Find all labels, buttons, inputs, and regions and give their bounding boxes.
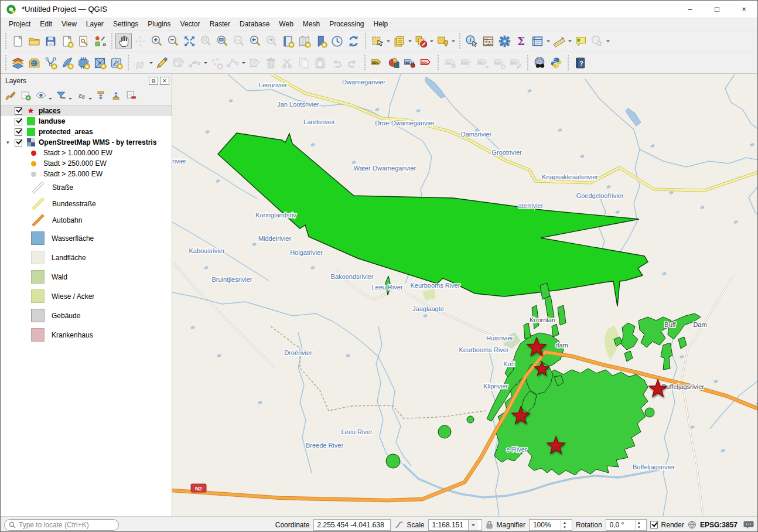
- identify-features-button[interactable]: i: [463, 33, 480, 49]
- new-project-button[interactable]: [9, 33, 26, 49]
- zoom-last-button[interactable]: [247, 33, 263, 49]
- layer-item-openstreetmap[interactable]: ▾OpenStreetMap WMS - by terrestris: [1, 137, 172, 148]
- new-spatialite-layer-button[interactable]: [59, 54, 75, 71]
- layer-labeling-button[interactable]: abc: [368, 54, 385, 71]
- zoom-in-button[interactable]: [148, 33, 165, 49]
- legend-item[interactable]: Wald: [1, 267, 172, 287]
- remove-layer-button[interactable]: [124, 88, 139, 103]
- close-button[interactable]: ×: [730, 1, 757, 18]
- menu-plugins[interactable]: Plugins: [143, 19, 175, 29]
- legend-item[interactable]: Gebäude: [1, 306, 172, 325]
- python-console-button[interactable]: [548, 54, 564, 71]
- render-checkbox[interactable]: [650, 521, 658, 528]
- legend-item[interactable]: Krankenhaus: [1, 325, 172, 345]
- show-layout-manager-button[interactable]: [75, 33, 91, 49]
- messages-icon[interactable]: [743, 520, 754, 529]
- select-by-value-button[interactable]: [434, 33, 450, 49]
- panel-close-button[interactable]: ✕: [160, 77, 169, 85]
- crs-status[interactable]: EPSG:3857: [700, 521, 737, 529]
- panel-float-button[interactable]: ⧉: [149, 77, 158, 85]
- scale-dropdown-icon[interactable]: [468, 520, 478, 530]
- manage-map-themes-dropdown-icon[interactable]: [49, 90, 53, 101]
- layer-diagram-button[interactable]: [385, 54, 401, 71]
- scale-combo[interactable]: 1:168.151: [428, 519, 482, 531]
- deselect-features-button[interactable]: [412, 33, 429, 49]
- style-manager-button[interactable]: a: [91, 33, 108, 49]
- magnifier-spinbox[interactable]: 100% ▲▼: [529, 519, 572, 531]
- menu-vector[interactable]: Vector: [176, 19, 205, 29]
- legend-item[interactable]: Autobahn: [1, 212, 172, 229]
- filter-by-expression-button[interactable]: ε: [73, 88, 88, 103]
- manage-map-themes-button[interactable]: [33, 88, 49, 103]
- select-features-button[interactable]: [369, 33, 385, 49]
- filter-legend-button[interactable]: [53, 88, 69, 103]
- metasearch-button[interactable]: [531, 54, 548, 71]
- select-features-dropdown-icon[interactable]: [385, 33, 391, 49]
- help-contents-button[interactable]: ?: [572, 54, 588, 71]
- legend-item[interactable]: Stadt > 25.000 EW: [1, 169, 172, 179]
- legend-item[interactable]: Wasserfläche: [1, 229, 172, 248]
- filter-legend-dropdown-icon[interactable]: [69, 90, 73, 101]
- open-project-button[interactable]: [26, 33, 42, 49]
- menu-raster[interactable]: Raster: [205, 19, 235, 29]
- layer-visibility-checkbox[interactable]: [15, 118, 22, 125]
- crs-globe-icon[interactable]: [688, 520, 696, 529]
- statistical-summary-button[interactable]: Σ: [513, 33, 529, 49]
- menu-view[interactable]: View: [57, 19, 81, 29]
- layer-visibility-checkbox[interactable]: [15, 107, 22, 115]
- new-temporary-scratch-layer-button[interactable]: [75, 54, 91, 71]
- data-source-manager-button[interactable]: [9, 54, 26, 71]
- measure-button[interactable]: [551, 33, 567, 49]
- open-layer-styling-button[interactable]: [3, 88, 18, 103]
- add-group-button[interactable]: [18, 88, 33, 103]
- layer-visibility-checkbox[interactable]: [15, 139, 22, 146]
- save-project-button[interactable]: [42, 33, 59, 49]
- field-calculator-button[interactable]: [480, 33, 496, 49]
- menu-project[interactable]: Project: [4, 19, 35, 29]
- layer-item-landuse[interactable]: landuse: [1, 116, 172, 127]
- unplaced-labels-button[interactable]: abc: [418, 54, 434, 71]
- minimize-button[interactable]: –: [677, 1, 704, 18]
- maximize-button[interactable]: □: [704, 1, 730, 18]
- expand-all-button[interactable]: [93, 88, 108, 103]
- new-geopackage-layer-button[interactable]: [26, 54, 42, 71]
- menu-edit[interactable]: Edit: [35, 19, 57, 29]
- select-by-form-dropdown-icon[interactable]: [407, 33, 412, 49]
- menu-help[interactable]: Help: [369, 19, 393, 29]
- new-shapefile-layer-button[interactable]: [42, 54, 59, 71]
- zoom-full-button[interactable]: [181, 33, 197, 49]
- menu-mesh[interactable]: Mesh: [298, 19, 325, 29]
- menu-web[interactable]: Web: [274, 19, 298, 29]
- select-by-form-button[interactable]: [391, 33, 407, 49]
- legend-item[interactable]: Landfläche: [1, 248, 172, 267]
- new-print-layout-button[interactable]: [59, 33, 75, 49]
- map-tips-button[interactable]: [572, 33, 589, 49]
- attribute-table-button[interactable]: [529, 33, 545, 49]
- legend-item[interactable]: Stadt > 1.000.000 EW: [1, 148, 172, 158]
- show-bookmarks-button[interactable]: [296, 33, 312, 49]
- legend-item[interactable]: Stadt > 250.000 EW: [1, 158, 172, 169]
- select-by-value-dropdown-icon[interactable]: [450, 33, 456, 49]
- coordinate-input[interactable]: 2.255.454 -4.041.638: [313, 519, 391, 531]
- layer-item-protected_areas[interactable]: protected_areas: [1, 127, 172, 137]
- deselect-features-dropdown-icon[interactable]: [429, 33, 434, 49]
- layer-item-places[interactable]: places: [1, 105, 172, 116]
- map-canvas[interactable]: N2LeeurivierDwarriegarivierJan Lootsrivi…: [172, 74, 758, 516]
- rotation-spinbox[interactable]: 0,0 ° ▲▼: [606, 519, 647, 531]
- menu-layer[interactable]: Layer: [81, 19, 108, 29]
- processing-toolbox-button[interactable]: [496, 33, 513, 49]
- collapse-all-button[interactable]: [108, 88, 124, 103]
- expander-icon[interactable]: ▾: [6, 139, 15, 145]
- temporal-controller-button[interactable]: [329, 33, 345, 49]
- legend-item[interactable]: Bundesstraße: [1, 196, 172, 212]
- zoom-to-layer-button[interactable]: [214, 33, 230, 49]
- zoom-out-button[interactable]: [165, 33, 181, 49]
- new-bookmark-button[interactable]: [279, 33, 296, 49]
- measure-dropdown-icon[interactable]: [567, 33, 572, 49]
- new-virtual-layer-button[interactable]: [91, 54, 108, 71]
- lock-icon[interactable]: [486, 520, 493, 529]
- filter-by-expression-dropdown-icon[interactable]: [88, 90, 93, 101]
- pan-map-button[interactable]: [115, 33, 132, 49]
- legend-item[interactable]: Straße: [1, 179, 172, 196]
- refresh-map-button[interactable]: [345, 33, 361, 49]
